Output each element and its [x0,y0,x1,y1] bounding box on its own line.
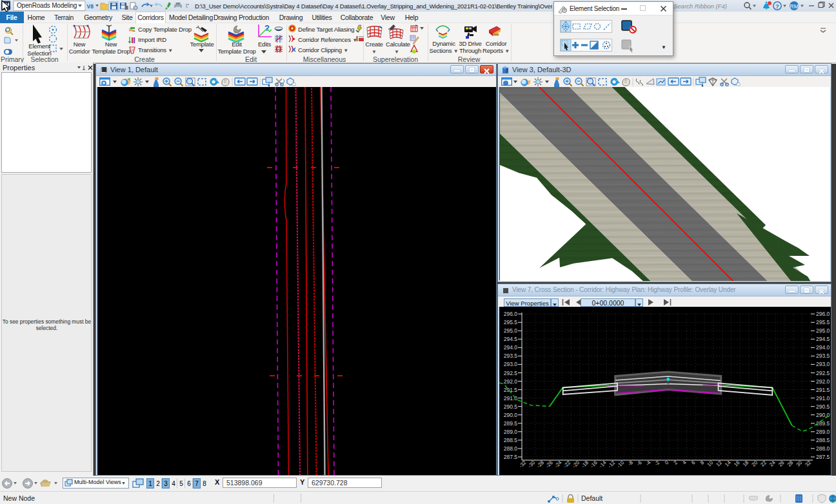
svg-text:288.5: 288.5 [504,437,518,443]
svg-text:30: 30 [795,460,804,468]
svg-text:26: 26 [777,460,786,468]
svg-text:294.5: 294.5 [816,336,830,342]
svg-text:18: 18 [742,460,750,468]
svg-text:289.0: 289.0 [816,429,830,435]
svg-text:296.0: 296.0 [816,311,830,317]
svg-text:294.0: 294.0 [816,344,830,351]
svg-text:293.5: 293.5 [504,353,518,359]
svg-text:20: 20 [751,460,759,468]
svg-text:295.5: 295.5 [504,319,518,325]
svg-text:-10: -10 [616,460,626,469]
svg-text:12: 12 [715,460,723,468]
svg-text:295.5: 295.5 [816,319,830,325]
svg-text:290.5: 290.5 [816,403,830,410]
svg-text:293.5: 293.5 [816,353,830,359]
svg-text:287.5: 287.5 [504,454,518,460]
svg-text:294.0: 294.0 [504,344,518,351]
svg-text:14: 14 [724,460,732,468]
svg-text:32: 32 [804,460,812,468]
svg-text:292.0: 292.0 [816,378,830,385]
svg-text:RM: RM [790,3,799,10]
svg-text:291.5: 291.5 [816,387,830,393]
svg-text:287.5: 287.5 [816,454,830,460]
svg-text:290.5: 290.5 [504,403,518,410]
svg-text:294.5: 294.5 [504,336,518,342]
svg-text:-26: -26 [544,460,554,469]
svg-text:296.0: 296.0 [504,311,518,317]
svg-text:22: 22 [759,460,768,468]
svg-text:-14: -14 [598,460,608,469]
svg-text:28: 28 [786,460,795,468]
svg-text:290.0: 290.0 [816,412,830,418]
svg-text:16: 16 [733,460,741,468]
svg-text:24: 24 [768,460,777,468]
svg-text:V8: V8 [87,3,94,10]
svg-text:295.0: 295.0 [816,327,830,334]
svg-text:293.0: 293.0 [816,361,830,367]
svg-text:288.0: 288.0 [816,445,830,452]
svg-text:290.0: 290.0 [504,412,518,418]
svg-text:293.0: 293.0 [504,361,518,367]
svg-text:-16: -16 [589,460,599,469]
svg-text:288.5: 288.5 [816,437,830,443]
svg-text:-32: -32 [518,460,528,469]
svg-text:289.5: 289.5 [816,420,830,427]
svg-text:-30: -30 [527,460,537,469]
svg-text:?: ? [264,23,270,33]
svg-text:289.5: 289.5 [504,420,518,427]
svg-text:292.0: 292.0 [504,378,518,385]
svg-text:288.0: 288.0 [504,445,518,452]
svg-text:289.0: 289.0 [504,429,518,435]
svg-text:-22: -22 [562,460,572,469]
svg-text:10: 10 [706,460,715,468]
svg-text:-20: -20 [572,460,581,469]
svg-text:291.0: 291.0 [816,395,830,402]
svg-text:OpenRoads Modeling: OpenRoads Modeling [17,2,77,9]
svg-text:295.0: 295.0 [504,327,518,334]
svg-text:-18: -18 [580,460,590,469]
svg-text:Default: Default [581,494,602,502]
svg-text:292.5: 292.5 [504,370,518,376]
svg-text:292.5: 292.5 [816,370,830,376]
svg-text:-28: -28 [535,460,545,469]
svg-text:?: ? [775,3,779,10]
svg-text:-12: -12 [607,460,617,469]
svg-text:-24: -24 [553,460,563,469]
